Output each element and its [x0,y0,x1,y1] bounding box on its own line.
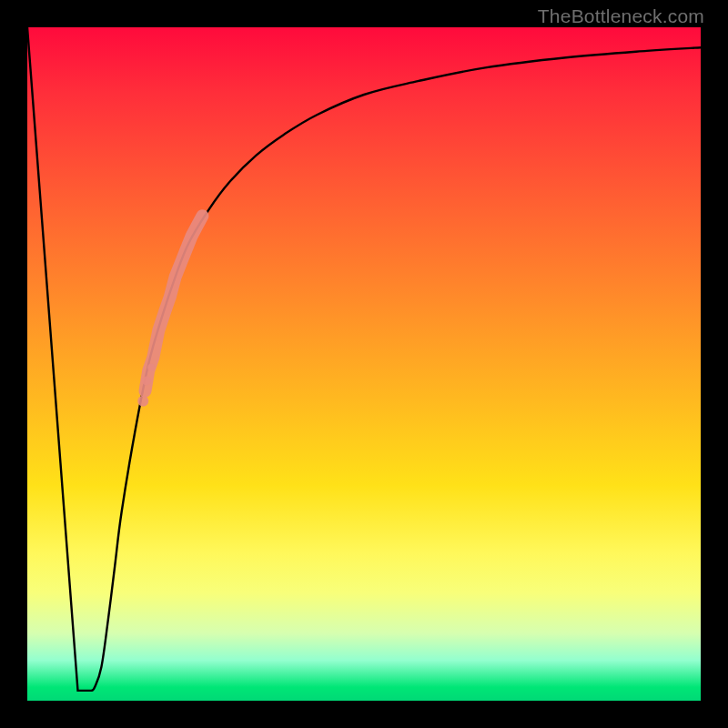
highlight-dot [142,377,151,386]
curve-path [27,27,701,691]
highlight-dots [137,216,202,407]
curve-layer [27,27,701,701]
highlight-dot [137,396,148,407]
bottleneck-curve [27,27,701,691]
watermark-text: TheBottleneck.com [538,5,704,27]
highlight-stroke [146,216,203,390]
plot-area [27,27,701,701]
chart-frame: TheBottleneck.com [0,0,728,728]
highlight-dot [147,364,155,371]
